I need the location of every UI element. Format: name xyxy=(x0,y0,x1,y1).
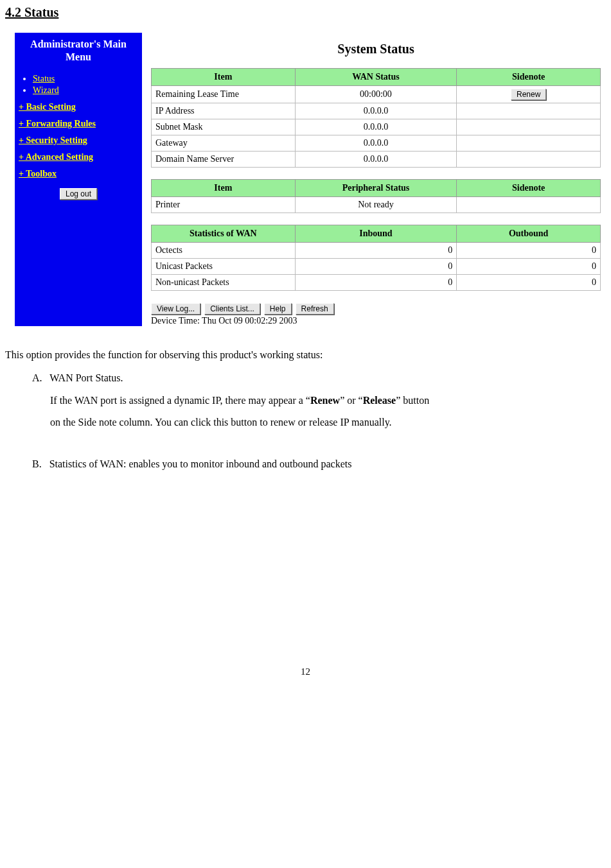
item-b-text: Statistics of WAN: enables you to monito… xyxy=(49,458,352,469)
help-button[interactable]: Help xyxy=(264,303,292,315)
col-item: Item xyxy=(152,180,296,197)
col-sidenote: Sidenote xyxy=(457,69,601,86)
action-button-row: View Log... Clients List... Help Refresh xyxy=(151,302,601,315)
cell-outbound: 0 xyxy=(457,275,601,291)
clients-list-button[interactable]: Clients List... xyxy=(204,303,260,315)
table-row: Gateway 0.0.0.0 xyxy=(152,135,601,152)
cell-inbound: 0 xyxy=(295,243,457,259)
table-row: Octects 0 0 xyxy=(152,243,601,259)
table-header-row: Item WAN Status Sidenote xyxy=(152,69,601,86)
cell-item: Non-unicast Packets xyxy=(152,275,296,291)
sidebar-section-forwarding-rules[interactable]: + Forwarding Rules xyxy=(19,119,138,129)
cell-sidenote xyxy=(457,119,601,135)
item-b-label: B. xyxy=(32,458,42,469)
cell-value: 0.0.0.0 xyxy=(295,152,457,168)
cell-value: Not ready xyxy=(295,197,457,213)
cell-sidenote: Renew xyxy=(457,86,601,103)
table-row: Non-unicast Packets 0 0 xyxy=(152,275,601,291)
cell-item: IP Address xyxy=(152,103,296,119)
wan-status-table: Item WAN Status Sidenote Remaining Lease… xyxy=(151,68,601,168)
cell-inbound: 0 xyxy=(295,259,457,275)
cell-item: Remaining Lease Time xyxy=(152,86,296,103)
bold-renew: Renew xyxy=(310,395,340,406)
cell-item: Domain Name Server xyxy=(152,152,296,168)
sidebar-title: Administrator's Main Menu xyxy=(19,38,138,64)
wan-statistics-table: Statistics of WAN Inbound Outbound Octec… xyxy=(151,225,601,291)
main-panel: System Status Item WAN Status Sidenote R… xyxy=(142,33,601,326)
description-text: This option provides the function for ob… xyxy=(5,345,606,474)
cell-item: Octects xyxy=(152,243,296,259)
section-heading: 4.2 Status xyxy=(5,5,606,20)
table-row: Subnet Mask 0.0.0.0 xyxy=(152,119,601,135)
sidebar-section-security-setting[interactable]: + Security Setting xyxy=(19,135,138,146)
cell-outbound: 0 xyxy=(457,259,601,275)
cell-item: Unicast Packets xyxy=(152,259,296,275)
cell-value: 0.0.0.0 xyxy=(295,103,457,119)
cell-sidenote xyxy=(457,135,601,152)
cell-outbound: 0 xyxy=(457,243,601,259)
col-inbound: Inbound xyxy=(295,225,457,243)
item-a-label: A. xyxy=(32,372,42,383)
col-item: Item xyxy=(152,69,296,86)
cell-item: Printer xyxy=(152,197,296,213)
sidebar-section-advanced-setting[interactable]: + Advanced Setting xyxy=(19,152,138,162)
table-header-row: Statistics of WAN Inbound Outbound xyxy=(152,225,601,243)
cell-sidenote xyxy=(457,152,601,168)
sidebar-item-wizard[interactable]: Wizard xyxy=(33,85,138,96)
col-sidenote: Sidenote xyxy=(457,180,601,197)
cell-value: 0.0.0.0 xyxy=(295,135,457,152)
cell-value: 00:00:00 xyxy=(295,86,457,103)
cell-item: Gateway xyxy=(152,135,296,152)
logout-button[interactable]: Log out xyxy=(60,188,97,200)
sidebar-section-basic-setting[interactable]: + Basic Setting xyxy=(19,102,138,112)
col-outbound: Outbound xyxy=(457,225,601,243)
cell-item: Subnet Mask xyxy=(152,119,296,135)
app-screenshot: Administrator's Main Menu Status Wizard … xyxy=(15,33,601,326)
sidebar: Administrator's Main Menu Status Wizard … xyxy=(15,33,142,326)
renew-button[interactable]: Renew xyxy=(511,89,546,100)
table-row: IP Address 0.0.0.0 xyxy=(152,103,601,119)
bold-release: Release xyxy=(363,395,396,406)
table-row: Printer Not ready xyxy=(152,197,601,213)
table-row: Domain Name Server 0.0.0.0 xyxy=(152,152,601,168)
sidebar-link-wizard[interactable]: Wizard xyxy=(33,85,59,95)
page-title: System Status xyxy=(151,42,601,56)
item-a-line1: If the WAN port is assigned a dynamic IP… xyxy=(5,391,606,410)
cell-inbound: 0 xyxy=(295,275,457,291)
item-b: B. Statistics of WAN: enables you to mon… xyxy=(5,455,606,474)
table-row: Remaining Lease Time 00:00:00 Renew xyxy=(152,86,601,103)
sidebar-section-toolbox[interactable]: + Toolbox xyxy=(19,169,138,179)
cell-value: 0.0.0.0 xyxy=(295,119,457,135)
sidebar-item-status[interactable]: Status xyxy=(33,74,138,84)
logout-wrap: Log out xyxy=(19,188,138,200)
col-statistics: Statistics of WAN xyxy=(152,225,296,243)
peripheral-status-table: Item Peripheral Status Sidenote Printer … xyxy=(151,179,601,213)
item-a-title: WAN Port Status. xyxy=(49,372,123,383)
item-a-line2: on the Side note column. You can click t… xyxy=(5,413,606,432)
col-wan-status: WAN Status xyxy=(295,69,457,86)
cell-sidenote xyxy=(457,197,601,213)
sidebar-link-status[interactable]: Status xyxy=(33,74,55,83)
view-log-button[interactable]: View Log... xyxy=(151,303,200,315)
table-header-row: Item Peripheral Status Sidenote xyxy=(152,180,601,197)
col-peripheral-status: Peripheral Status xyxy=(295,180,457,197)
table-row: Unicast Packets 0 0 xyxy=(152,259,601,275)
refresh-button[interactable]: Refresh xyxy=(296,303,334,315)
page-number: 12 xyxy=(5,666,606,677)
device-time: Device Time: Thu Oct 09 00:02:29 2003 xyxy=(151,316,601,326)
item-a: A. WAN Port Status. xyxy=(5,369,606,388)
cell-sidenote xyxy=(457,103,601,119)
sidebar-top-list: Status Wizard xyxy=(19,74,138,96)
intro-text: This option provides the function for ob… xyxy=(5,345,606,365)
